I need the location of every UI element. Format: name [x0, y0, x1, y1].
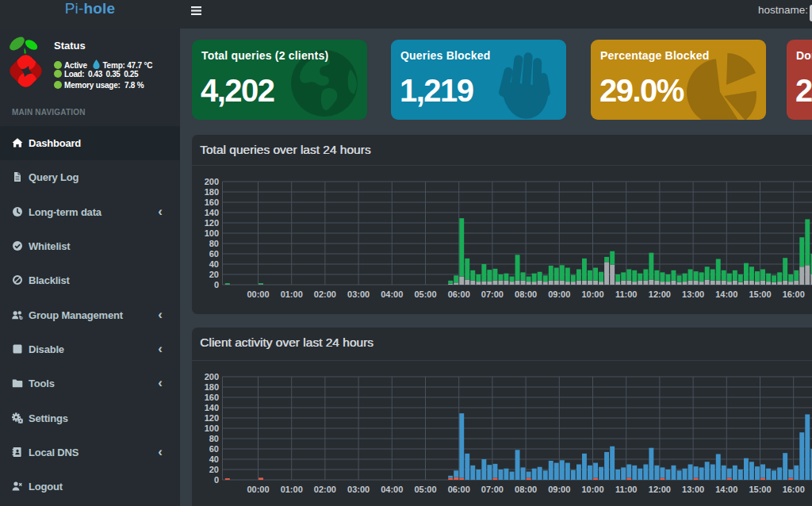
svg-text:09:00: 09:00: [548, 485, 570, 494]
svg-text:16:00: 16:00: [783, 289, 805, 299]
svg-text:160: 160: [205, 393, 219, 402]
svg-text:05:00: 05:00: [414, 485, 436, 494]
svg-text:0: 0: [214, 475, 219, 485]
svg-text:60: 60: [209, 249, 219, 259]
svg-text:180: 180: [205, 382, 219, 392]
svg-text:15:00: 15:00: [749, 289, 771, 299]
svg-text:120: 120: [205, 218, 219, 228]
svg-text:10:00: 10:00: [581, 485, 603, 494]
svg-text:02:00: 02:00: [314, 485, 336, 494]
svg-text:120: 120: [205, 413, 219, 423]
svg-text:06:00: 06:00: [448, 485, 470, 494]
svg-text:15:00: 15:00: [749, 485, 771, 494]
svg-text:00:00: 00:00: [247, 289, 269, 299]
svg-text:100: 100: [205, 424, 219, 433]
svg-text:10:00: 10:00: [581, 289, 603, 299]
svg-text:11:00: 11:00: [615, 485, 638, 494]
svg-text:01:00: 01:00: [281, 485, 303, 494]
svg-text:140: 140: [205, 403, 219, 412]
svg-text:05:00: 05:00: [414, 289, 436, 299]
svg-text:07:00: 07:00: [481, 485, 504, 494]
svg-text:04:00: 04:00: [381, 485, 403, 494]
svg-text:12:00: 12:00: [649, 485, 671, 494]
svg-text:07:00: 07:00: [481, 289, 504, 299]
svg-text:11:00: 11:00: [615, 289, 638, 299]
svg-text:80: 80: [209, 239, 219, 248]
svg-text:14:00: 14:00: [715, 289, 737, 299]
svg-text:13:00: 13:00: [682, 485, 704, 494]
svg-text:13:00: 13:00: [682, 289, 704, 299]
svg-text:08:00: 08:00: [515, 289, 537, 299]
svg-text:160: 160: [205, 197, 219, 207]
svg-text:180: 180: [205, 187, 219, 197]
svg-text:20: 20: [209, 465, 219, 474]
svg-text:20: 20: [209, 270, 219, 279]
svg-text:100: 100: [205, 228, 219, 238]
svg-text:02:00: 02:00: [314, 289, 336, 299]
svg-text:08:00: 08:00: [515, 485, 537, 494]
svg-text:40: 40: [209, 259, 219, 269]
svg-text:200: 200: [205, 372, 219, 381]
svg-text:80: 80: [209, 434, 219, 443]
svg-text:06:00: 06:00: [448, 289, 470, 299]
svg-text:03:00: 03:00: [347, 485, 370, 494]
svg-text:04:00: 04:00: [381, 289, 403, 299]
svg-text:14:00: 14:00: [715, 485, 737, 494]
svg-text:200: 200: [205, 177, 219, 186]
svg-text:03:00: 03:00: [347, 289, 370, 299]
svg-text:00:00: 00:00: [247, 485, 269, 494]
svg-text:60: 60: [209, 444, 219, 454]
svg-text:40: 40: [209, 454, 219, 464]
svg-text:09:00: 09:00: [548, 289, 570, 299]
svg-text:0: 0: [214, 280, 219, 289]
svg-text:12:00: 12:00: [649, 289, 671, 299]
svg-text:16:00: 16:00: [783, 485, 805, 494]
svg-text:01:00: 01:00: [281, 289, 303, 299]
svg-text:140: 140: [205, 208, 219, 217]
